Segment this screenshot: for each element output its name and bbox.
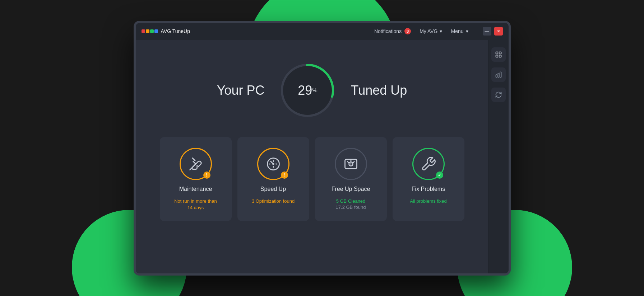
logo-area: AVG TuneUp (142, 28, 374, 34)
window-controls: — ✕ (483, 27, 503, 36)
speed-up-status-line1: 3 Optimization found (252, 198, 295, 205)
sidebar-refresh-icon[interactable] (491, 88, 506, 102)
wrench-icon (421, 156, 436, 172)
svg-point-6 (350, 163, 352, 165)
title-bar: AVG TuneUp Notifications 3 My AVG ▾ Menu… (136, 23, 509, 40)
menu-label: Menu (451, 28, 463, 34)
menu-chevron-icon: ▾ (466, 28, 468, 34)
svg-rect-11 (496, 75, 497, 77)
my-avg-chevron-icon: ▾ (440, 28, 442, 34)
my-avg-button[interactable]: My AVG ▾ (420, 28, 442, 34)
fix-problems-icon-wrapper: ✓ (412, 148, 445, 180)
free-up-space-icon-circle (335, 148, 367, 180)
sidebar-chart-icon[interactable] (491, 67, 506, 82)
close-button[interactable]: ✕ (494, 27, 503, 36)
fix-problems-status: All problems fixed (410, 198, 447, 205)
laptop-screen: AVG TuneUp Notifications 3 My AVG ▾ Menu… (134, 21, 511, 276)
svg-rect-7 (496, 52, 498, 54)
free-up-space-status-line2: 17.2 GB found (336, 205, 366, 210)
broom-icon (188, 156, 204, 172)
logo-square-red (142, 29, 145, 33)
speed-up-status: 3 Optimization found (252, 198, 295, 205)
minimize-button[interactable]: — (483, 27, 491, 36)
title-bar-actions: Notifications 3 My AVG ▾ Menu ▾ — ✕ (374, 27, 503, 36)
free-up-space-title: Free Up Space (332, 186, 370, 192)
maintenance-badge: ! (203, 172, 210, 179)
maintenance-status: Not run in more than 14 days (174, 198, 217, 211)
sidebar-grid-icon[interactable] (491, 47, 506, 62)
center-area: Your PC 29% Tuned Up (136, 40, 488, 273)
fix-problems-card[interactable]: ✓ Fix Problems All problems fixed (393, 137, 464, 221)
cards-section: ! Maintenance Not run in more than 14 da… (150, 137, 474, 221)
notification-badge: 3 (404, 28, 411, 34)
gauge-inner: 29% (283, 66, 332, 115)
free-up-space-status-line1: 5 GB Cleaned (336, 198, 366, 205)
hdd-icon (343, 156, 359, 172)
gauge-section: Your PC 29% Tuned Up (217, 62, 407, 119)
my-avg-label: My AVG (420, 28, 437, 34)
notifications-button[interactable]: Notifications 3 (374, 28, 411, 34)
logo-square-orange (146, 29, 149, 33)
main-content: Your PC 29% Tuned Up (136, 40, 509, 273)
gauge-left-label: Your PC (217, 83, 265, 98)
maintenance-card[interactable]: ! Maintenance Not run in more than 14 da… (160, 137, 232, 221)
svg-rect-13 (500, 72, 501, 77)
gauge-value: 29 (298, 83, 312, 98)
app-title: AVG TuneUp (161, 28, 190, 34)
svg-rect-8 (499, 52, 501, 54)
logo-square-green (150, 29, 154, 33)
speed-up-icon-wrapper: ! (257, 148, 289, 180)
maintenance-status-line1: Not run in more than (174, 198, 217, 205)
fix-problems-title: Fix Problems (412, 186, 445, 192)
right-sidebar (488, 40, 509, 273)
logo-square-blue (154, 29, 158, 33)
svg-rect-10 (499, 55, 501, 57)
notifications-label: Notifications (374, 28, 402, 34)
gauge-right-label: Tuned Up (351, 83, 407, 98)
free-up-space-icon-wrapper (335, 148, 367, 180)
menu-button[interactable]: Menu ▾ (451, 28, 468, 34)
svg-point-3 (272, 163, 274, 165)
avg-logo (142, 29, 158, 33)
speed-up-title: Speed Up (260, 186, 286, 192)
speed-up-card[interactable]: ! Speed Up 3 Optimization found (237, 137, 309, 221)
fix-problems-badge: ✓ (436, 172, 443, 179)
maintenance-status-line2: 14 days (174, 205, 217, 211)
svg-rect-12 (498, 73, 499, 77)
svg-rect-9 (496, 55, 498, 57)
maintenance-icon-wrapper: ! (180, 148, 212, 180)
gauge-circle: 29% (279, 62, 336, 119)
free-up-space-status: 5 GB Cleaned 17.2 GB found (336, 198, 366, 210)
speedometer-icon (265, 156, 281, 172)
maintenance-title: Maintenance (179, 186, 212, 192)
speed-up-badge: ! (281, 172, 288, 179)
free-up-space-card[interactable]: Free Up Space 5 GB Cleaned 17.2 GB found (315, 137, 387, 221)
fix-problems-status-line1: All problems fixed (410, 198, 447, 205)
laptop-wrapper: AVG TuneUp Notifications 3 My AVG ▾ Menu… (134, 21, 511, 276)
gauge-percent-symbol: % (312, 87, 317, 94)
